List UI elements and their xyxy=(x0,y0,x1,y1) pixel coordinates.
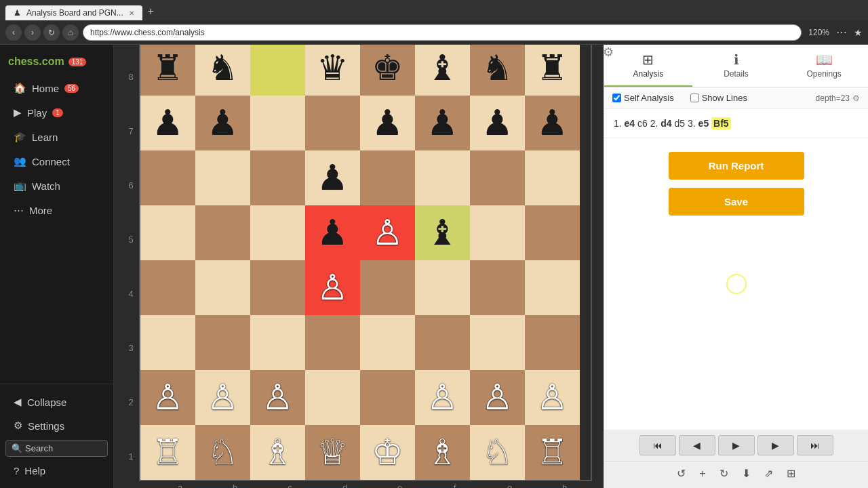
square-a1[interactable]: ♖ xyxy=(140,425,195,480)
back-button[interactable]: ‹ xyxy=(5,24,22,41)
square-c1[interactable]: ♗ xyxy=(250,425,305,480)
square-g6[interactable] xyxy=(470,150,525,205)
square-g4[interactable] xyxy=(470,260,525,315)
square-d3[interactable] xyxy=(305,315,360,370)
sidebar-search-bar[interactable]: 🔍 Search xyxy=(5,440,108,457)
sidebar-item-help[interactable]: ? Help xyxy=(3,460,111,482)
square-b4[interactable] xyxy=(195,260,250,315)
square-b8[interactable]: ♞ xyxy=(195,45,250,96)
square-b5[interactable] xyxy=(195,205,250,260)
show-lines-checkbox[interactable] xyxy=(690,94,699,102)
square-e7[interactable]: ♟ xyxy=(360,96,415,150)
tab-close-button[interactable]: ✕ xyxy=(129,9,134,17)
square-f6[interactable] xyxy=(415,150,470,205)
square-a3[interactable] xyxy=(140,315,195,370)
square-b1[interactable]: ♘ xyxy=(195,425,250,480)
run-report-button[interactable]: Run Report xyxy=(669,152,804,180)
prev-move-button[interactable]: ◀ xyxy=(679,435,715,455)
square-h3[interactable] xyxy=(525,315,580,370)
square-h4[interactable] xyxy=(525,260,580,315)
forward-button[interactable]: › xyxy=(24,24,41,41)
square-f4[interactable] xyxy=(415,260,470,315)
share-button[interactable]: ⇗ xyxy=(760,464,777,483)
square-a6[interactable] xyxy=(140,150,195,205)
square-e2[interactable] xyxy=(360,370,415,425)
square-c2[interactable]: ♙ xyxy=(250,370,305,425)
tab-details[interactable]: ℹ Details xyxy=(692,45,781,87)
square-d4[interactable]: ♙ xyxy=(305,260,360,315)
square-h5[interactable] xyxy=(525,205,580,260)
square-h8[interactable]: ♜ xyxy=(525,45,580,96)
last-move-button[interactable]: ⏭ xyxy=(797,435,833,455)
reload-button[interactable]: ↻ xyxy=(715,464,732,483)
square-d1[interactable]: ♕ xyxy=(305,425,360,480)
sidebar-item-play[interactable]: ▶ Play 1 xyxy=(3,101,111,124)
square-g8[interactable]: ♞ xyxy=(470,45,525,96)
square-h6[interactable] xyxy=(525,150,580,205)
self-analysis-checkbox[interactable] xyxy=(612,94,621,102)
square-c7[interactable] xyxy=(250,96,305,150)
square-h1[interactable]: ♖ xyxy=(525,425,580,480)
square-f7[interactable]: ♟ xyxy=(415,96,470,150)
show-lines-checkbox-label[interactable]: Show Lines xyxy=(690,93,747,103)
depth-settings-icon[interactable]: ⚙ xyxy=(852,94,860,103)
square-e6[interactable] xyxy=(360,150,415,205)
square-b3[interactable] xyxy=(195,315,250,370)
browser-tab[interactable]: ♟ Analysis Board and PGN... ✕ xyxy=(5,5,142,20)
square-c4[interactable] xyxy=(250,260,305,315)
square-b6[interactable] xyxy=(195,150,250,205)
sidebar-item-learn[interactable]: 🎓 Learn xyxy=(3,125,111,148)
home-button[interactable]: ⌂ xyxy=(62,24,79,41)
refresh-button[interactable]: ↻ xyxy=(43,24,60,41)
tab-analysis[interactable]: ⊞ Analysis xyxy=(604,45,692,87)
square-f3[interactable] xyxy=(415,315,470,370)
square-h2[interactable]: ♙ xyxy=(525,370,580,425)
square-g7[interactable]: ♟ xyxy=(470,96,525,150)
sidebar-item-watch[interactable]: 📺 Watch xyxy=(3,174,111,197)
square-g1[interactable]: ♘ xyxy=(470,425,525,480)
square-a4[interactable] xyxy=(140,260,195,315)
square-b2[interactable]: ♙ xyxy=(195,370,250,425)
square-e4[interactable] xyxy=(360,260,415,315)
sidebar-item-home[interactable]: 🏠 Home 56 xyxy=(3,77,111,100)
square-c6[interactable] xyxy=(250,150,305,205)
square-a2[interactable]: ♙ xyxy=(140,370,195,425)
square-d2[interactable] xyxy=(305,370,360,425)
square-a8[interactable]: ♜ xyxy=(140,45,195,96)
square-g5[interactable] xyxy=(470,205,525,260)
square-c5[interactable] xyxy=(250,205,305,260)
first-move-button[interactable]: ⏮ xyxy=(639,435,676,455)
square-e1[interactable]: ♔ xyxy=(360,425,415,480)
move-3-response[interactable]: Bf5 xyxy=(711,117,731,129)
board-settings-icon[interactable]: ⚙ xyxy=(603,45,614,60)
square-f5[interactable]: ♝ xyxy=(415,205,470,260)
next-move-button[interactable]: ▶ xyxy=(757,435,794,455)
square-f8[interactable]: ♝ xyxy=(415,45,470,96)
square-a5[interactable] xyxy=(140,205,195,260)
play-button[interactable]: ▶ xyxy=(718,435,755,455)
square-a7[interactable]: ♟ xyxy=(140,96,195,150)
square-c3[interactable] xyxy=(250,315,305,370)
square-e3[interactable] xyxy=(360,315,415,370)
add-button[interactable]: + xyxy=(695,465,709,483)
square-d6[interactable]: ♟ xyxy=(305,150,360,205)
square-f1[interactable]: ♗ xyxy=(415,425,470,480)
sidebar-item-more[interactable]: ⋯ More xyxy=(3,199,111,222)
square-e5[interactable]: ♙ xyxy=(360,205,415,260)
square-h7[interactable]: ♟ xyxy=(525,96,580,150)
favorites-icon[interactable]: ★ xyxy=(854,27,863,38)
square-g2[interactable]: ♙ xyxy=(470,370,525,425)
download-button[interactable]: ⬇ xyxy=(738,464,755,483)
sidebar-logo[interactable]: chess.com 131 xyxy=(0,50,113,73)
square-f2[interactable]: ♙ xyxy=(415,370,470,425)
flip-board-button[interactable]: ↺ xyxy=(673,464,690,483)
browser-menu-icon[interactable]: ⋯ xyxy=(836,26,847,39)
self-analysis-checkbox-label[interactable]: Self Analysis xyxy=(612,93,674,103)
square-d8[interactable]: ♛ xyxy=(305,45,360,96)
sidebar-item-connect[interactable]: 👥 Connect xyxy=(3,150,111,173)
new-tab-button[interactable]: + xyxy=(142,3,159,20)
sidebar-item-settings[interactable]: ⚙ Settings xyxy=(3,414,111,437)
grid-button[interactable]: ⊞ xyxy=(783,464,800,483)
square-c8[interactable] xyxy=(250,45,305,96)
tab-openings[interactable]: 📖 Openings xyxy=(780,45,868,87)
